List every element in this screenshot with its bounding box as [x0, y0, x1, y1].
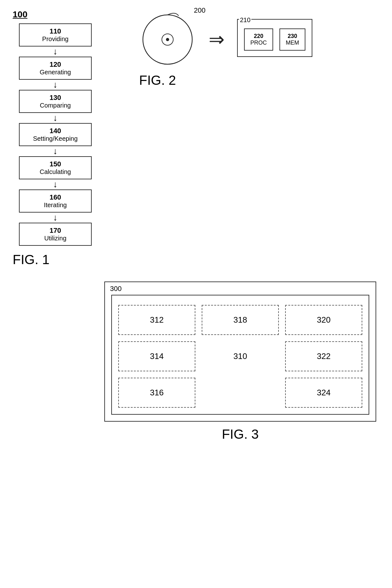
- arrow-6: ↓: [19, 213, 92, 222]
- step-150-label: Calculating: [22, 168, 89, 176]
- step-120-label: Generating: [22, 69, 89, 76]
- svg-point-2: [166, 38, 169, 41]
- fig3-outer-label: 300: [110, 285, 122, 293]
- cell-316: 316: [118, 378, 195, 408]
- cell-320: 320: [285, 305, 362, 335]
- arrow-4: ↓: [19, 147, 92, 156]
- cell-312-label: 312: [150, 315, 163, 325]
- proc-num: 220: [250, 33, 267, 40]
- step-140-num: 140: [22, 127, 89, 135]
- cell-310-label: 310: [233, 351, 247, 361]
- step-110-label: Providing: [22, 35, 89, 43]
- fig1-caption: FIG. 1: [13, 252, 101, 267]
- cell-322-label: 322: [317, 351, 330, 361]
- disk-shape: 200: [139, 9, 196, 66]
- step-160-num: 160: [22, 193, 89, 201]
- step-170-num: 170: [22, 226, 89, 235]
- fig1-container: 100 110 Providing ↓ 120 Generating ↓ 130…: [9, 9, 101, 267]
- arrow-1: ↓: [19, 47, 92, 56]
- step-130-box: 130 Comparing: [19, 90, 92, 113]
- arrow-2: ↓: [19, 80, 92, 89]
- disk-svg: [139, 9, 196, 66]
- computer-inner: 220 PROC 230 MEM: [244, 28, 305, 51]
- cell-318-label: 318: [233, 315, 247, 325]
- arrow-5: ↓: [19, 180, 92, 189]
- mem-label: MEM: [286, 40, 299, 46]
- cell-314-label: 314: [150, 351, 163, 361]
- step-110-num: 110: [22, 27, 89, 35]
- cell-322: 322: [285, 341, 362, 371]
- step-170-label: Utilizing: [22, 235, 89, 242]
- step-110-box: 110 Providing: [19, 23, 92, 46]
- step-160-label: Iterating: [22, 201, 89, 209]
- arrow-right-icon: ⇒: [209, 30, 224, 49]
- proc-unit: 220 PROC: [244, 28, 273, 51]
- fig3-inner-box: 312 318 320 314 310: [111, 295, 369, 415]
- cell-324-label: 324: [317, 388, 330, 397]
- fig3-caption: FIG. 3: [104, 427, 376, 442]
- step-130-num: 130: [22, 94, 89, 102]
- fig2-container: 200 ⇒ 210 220: [126, 9, 379, 88]
- fig2-diagram: 200 ⇒ 210 220: [139, 9, 379, 66]
- computer-box: 210 220 PROC 230 MEM: [237, 19, 312, 57]
- computer-box-label: 210: [239, 16, 251, 24]
- step-140-box: 140 Setting/Keeping: [19, 123, 92, 146]
- disk-label: 200: [194, 6, 205, 15]
- arrow-3: ↓: [19, 114, 92, 122]
- cell-320-label: 320: [317, 315, 330, 325]
- cell-314: 314: [118, 341, 195, 371]
- fig2-caption: FIG. 2: [139, 73, 379, 88]
- cell-312: 312: [118, 305, 195, 335]
- step-140-label: Setting/Keeping: [22, 135, 89, 142]
- fig3-grid: 312 318 320 314 310: [118, 305, 362, 408]
- mem-unit: 230 MEM: [279, 28, 305, 51]
- cell-318: 318: [202, 305, 279, 335]
- step-120-num: 120: [22, 60, 89, 69]
- mem-num: 230: [286, 33, 299, 40]
- cell-316-label: 316: [150, 388, 163, 397]
- cell-310: 310: [202, 341, 279, 371]
- fig1-ref-number: 100: [13, 9, 101, 20]
- step-150-num: 150: [22, 160, 89, 168]
- cell-empty: [202, 378, 279, 408]
- step-120-box: 120 Generating: [19, 57, 92, 80]
- page: 100 110 Providing ↓ 120 Generating ↓ 130…: [0, 0, 392, 588]
- cell-324: 324: [285, 378, 362, 408]
- step-130-label: Comparing: [22, 102, 89, 109]
- step-170-box: 170 Utilizing: [19, 223, 92, 246]
- fig3-container: 300 312 318 320 314: [104, 282, 376, 442]
- proc-label: PROC: [250, 40, 267, 46]
- step-150-box: 150 Calculating: [19, 156, 92, 179]
- fig3-outer-box: 300 312 318 320 314: [104, 282, 376, 422]
- step-160-box: 160 Iterating: [19, 189, 92, 213]
